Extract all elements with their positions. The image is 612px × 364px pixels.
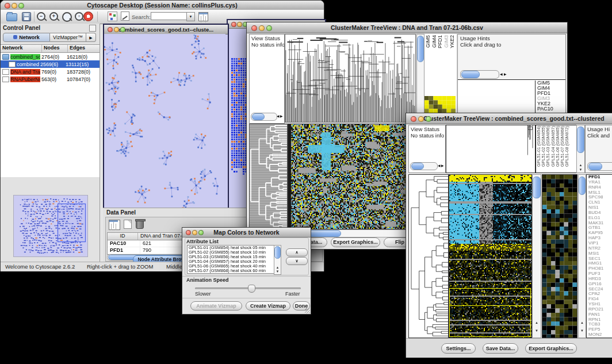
network1-canvas[interactable] (104, 34, 225, 211)
tv2-export-graphics-button[interactable]: Export Graphics... (525, 343, 577, 354)
attribute-list-item[interactable]: GPL51-07 (GSM868) heat shock 60 min (189, 269, 275, 273)
gene-list-item[interactable]: CPA2 (588, 292, 612, 297)
network1-title-bar[interactable]: combined_scores_good.txt--cluste... (104, 25, 228, 35)
network-table-row[interactable]: combined_sco2569(6)13112(15) (1, 60, 100, 68)
search-dropdown-button[interactable]: ▼ (186, 12, 195, 21)
zoom-fit-icon[interactable] (62, 12, 72, 22)
minimize-button[interactable] (259, 25, 265, 31)
tv1-hints-hscrollbar[interactable] (460, 70, 499, 79)
gene-list-item[interactable]: SEC1 (588, 256, 612, 262)
scroll-up-icon[interactable]: ▲ (533, 321, 541, 325)
tv2-heatmap-vscrollbar[interactable]: ▲ ▼ (532, 174, 541, 338)
save-session-icon[interactable] (22, 12, 31, 21)
tv2-heatmap[interactable] (449, 174, 532, 338)
create-vizmap-button[interactable]: Create Vizmap (246, 301, 290, 311)
tv1-title-bar[interactable]: ClusterMaker TreeView : DNA and Tran 07-… (247, 22, 567, 33)
scroll-right-icon[interactable]: ▶ (441, 163, 444, 167)
network2-canvas[interactable] (231, 58, 248, 177)
gene-list-item[interactable]: NIS1 (588, 205, 612, 210)
network-table-row[interactable]: RNAPuberNov2+I563(0)107847(0) (1, 75, 100, 83)
tv2-gene-dendrogram[interactable] (408, 174, 449, 338)
gene-list-item[interactable]: GPI16 (588, 282, 612, 287)
gene-list-item[interactable]: MSL1 (588, 190, 612, 196)
gene-list-item[interactable]: NTR2 (588, 246, 612, 251)
scroll-down-icon[interactable]: ▼ (274, 270, 281, 274)
gene-list-item[interactable]: PAC10 (537, 106, 566, 112)
tab-more-arrow[interactable]: ▶ (86, 33, 96, 42)
tv2-status-hscrollbar[interactable] (410, 162, 438, 170)
resize-grip[interactable] (305, 308, 310, 313)
zoom-button[interactable] (266, 25, 272, 31)
gene-list-item[interactable]: YRA1 (588, 180, 612, 185)
delete-attribute-icon[interactable] (136, 220, 144, 229)
tv2-hints-hscrollbar[interactable] (587, 162, 612, 171)
slider-thumb[interactable] (248, 285, 255, 293)
gene-list-item[interactable]: ELG1 (588, 216, 612, 221)
scroll-left-icon[interactable]: ◀ (500, 72, 503, 76)
import-table-icon[interactable] (198, 12, 208, 21)
gene-list-item[interactable]: SEC24 (588, 287, 612, 292)
open-session-icon[interactable] (6, 13, 17, 21)
create-attribute-icon[interactable] (124, 220, 132, 229)
main-title-bar[interactable]: Cytoscape Desktop (Session Name: collins… (1, 1, 324, 10)
attribute-select-icon[interactable] (109, 220, 120, 230)
scroll-up-icon[interactable]: ▲ (579, 321, 586, 325)
close-button[interactable] (186, 230, 191, 235)
scroll-up-icon[interactable]: ▲ (577, 163, 584, 167)
gene-list-item[interactable]: YSH1 (588, 302, 612, 307)
move-up-button[interactable]: ∧ (286, 248, 308, 256)
minimize-button[interactable] (12, 3, 17, 9)
scroll-down-icon[interactable]: ▼ (533, 329, 541, 333)
scroll-right-icon[interactable]: ▶ (280, 114, 283, 118)
close-button[interactable] (411, 116, 416, 122)
zoom-button[interactable] (120, 27, 125, 32)
gene-list-item[interactable]: RNR4 (588, 185, 612, 190)
network-table-row[interactable]: combined_scores2764(0)16218(0) (1, 53, 100, 60)
zoom-button[interactable] (198, 230, 204, 235)
tv2-save-data-button[interactable]: Save Data... (483, 343, 518, 354)
tv2-settings-button[interactable]: Settings... (441, 343, 476, 354)
scroll-right-icon[interactable]: ▶ (504, 72, 507, 76)
gene-list-item[interactable]: FIG4 (588, 297, 612, 302)
gene-list-item[interactable]: VIP1 (588, 241, 612, 246)
minimize-button[interactable] (418, 116, 424, 122)
tab-network[interactable]: Network (3, 33, 50, 42)
gene-list-item[interactable]: HMG1 (588, 261, 612, 266)
tv1-gene-dendrogram[interactable] (249, 124, 288, 229)
search-input[interactable] (151, 12, 188, 20)
gene-list-item[interactable]: TCB3 (588, 322, 612, 327)
gene-list-item[interactable]: PFD1 (588, 175, 612, 180)
gene-list-item[interactable]: MON2 (588, 332, 612, 338)
tv1-export-graphics-button[interactable]: Export Graphics... (331, 237, 380, 247)
tab-vizmapper[interactable]: VizMapper™ (50, 33, 86, 42)
scroll-left-icon[interactable]: ◀ (438, 163, 441, 167)
gene-list-item[interactable]: GIM4 (537, 86, 566, 91)
scroll-left-icon[interactable]: ◀ (277, 114, 280, 118)
minimize-button[interactable] (114, 27, 119, 32)
gene-list-item[interactable]: SPC98 (588, 195, 612, 200)
gene-list-item[interactable]: YKE2 (537, 101, 566, 106)
tv2-array-dendrogram-area[interactable] (446, 125, 536, 173)
move-down-button[interactable]: ∨ (286, 257, 308, 265)
tv1-status-hscrollbar[interactable] (251, 113, 277, 121)
zoom-button[interactable] (426, 116, 431, 122)
gene-list-item[interactable]: RPN1 (588, 317, 612, 323)
tv2-title-bar[interactable]: ClusterMaker TreeView : combined_scores_… (406, 113, 612, 124)
gene-list-item[interactable]: GIM3 (537, 96, 566, 101)
gene-list-item[interactable]: KAP95 (588, 231, 612, 236)
close-button[interactable] (231, 22, 236, 27)
gene-list-item[interactable]: GIM5 (537, 81, 566, 86)
scroll-up-icon[interactable]: ▲ (274, 266, 281, 270)
tv2-zoom-vscrollbar[interactable]: ▲ ▼ (578, 174, 586, 338)
gene-list-item[interactable]: PEP5 (588, 327, 612, 332)
scroll-down-icon[interactable]: ▼ (577, 168, 584, 172)
animate-vizmap-button[interactable]: Animate Vizmap (190, 301, 242, 311)
gene-list-item[interactable]: PHO81 (588, 266, 612, 271)
gene-list-item[interactable]: HAP3 (588, 236, 612, 241)
help-lifering-icon[interactable] (83, 12, 93, 21)
network-nodes-icon[interactable] (108, 12, 117, 21)
close-button[interactable] (5, 3, 10, 9)
zoom-button[interactable] (18, 3, 24, 9)
gene-list-item[interactable]: MAK31 (588, 221, 612, 226)
animation-speed-slider[interactable] (195, 288, 301, 289)
